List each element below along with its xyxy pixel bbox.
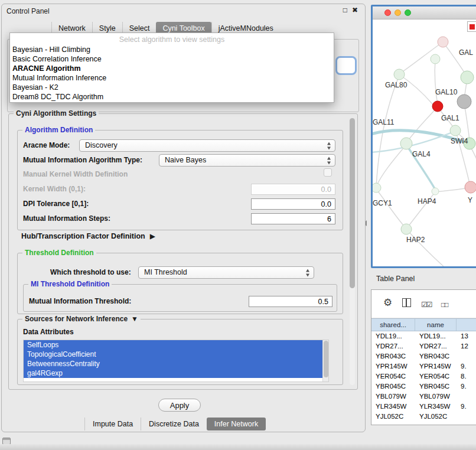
float-window-icon[interactable]: □ [343,6,347,14]
node-hap4[interactable] [432,188,439,195]
algorithm-option[interactable]: Mutual Information Inference [10,73,334,83]
table-row[interactable]: YER054C YER054C 8. [371,371,476,381]
node-gal80[interactable] [394,69,405,80]
mi-steps-field[interactable] [251,213,335,224]
navigator-viewport[interactable] [470,24,475,30]
data-attributes-label: Data Attributes [23,328,74,336]
gear-icon[interactable]: ⚙ [383,297,392,309]
attribute-items: SelfLoops TopologicalCoefficient Between… [24,340,328,378]
bottom-tab[interactable]: Infer Network [207,418,266,431]
network-canvas[interactable]: GAL GAL80 GAL10 GAL11 GAL1 SWI4 GAL4 GCY… [373,19,476,266]
cell-extra: 13 [457,331,476,341]
node-gal4[interactable] [400,138,412,149]
mi-threshold-field[interactable] [249,296,332,307]
settings-scrollbar[interactable] [350,118,355,385]
manual-kernel-label: Manual Kernel Width Definition [23,170,128,178]
algorithm-definition-title: Algorithm Definition [22,126,95,134]
attribute-item[interactable]: SelfLoops [24,340,322,350]
sources-group: Sources for Network Inference▼ Data Attr… [17,319,343,385]
manual-kernel-checkbox [324,168,332,177]
algorithm-option[interactable]: Bayesian - K2 [10,83,334,92]
navigator-thumbnail[interactable] [467,21,476,32]
cell-name: YDR27... [415,341,457,351]
columns-icon[interactable] [402,298,411,307]
mi-steps-label: Mutual Information Steps: [23,214,110,223]
table-row[interactable]: YLR345W YLR345W 9. [371,402,476,412]
node-label: GCY1 [373,199,392,207]
column-header-extra[interactable] [457,319,476,331]
threshold-definition-group: Threshold Definition Which threshold to … [17,253,343,314]
sources-title-label: Sources for Network Inference [25,315,128,323]
hub-definition-toggle[interactable]: Hub/Transcription Factor Definition▶ [21,232,155,240]
algorithm-option[interactable]: Basic Correlation Inference [10,54,334,64]
aracne-mode-select[interactable]: Discovery [79,139,335,152]
cyni-algorithm-settings-group: Cyni Algorithm Settings Algorithm Defini… [8,113,358,390]
which-threshold-select[interactable]: MI Threshold [138,266,314,279]
table-row[interactable]: YPR145W YPR145W 9. [371,361,476,371]
table-row[interactable]: YDR27... YDR27... 12 [371,341,476,351]
attributes-scrollbar[interactable] [322,340,328,381]
table-row[interactable]: YBR045C YBR045C 9. [371,381,476,392]
data-attributes-list: SelfLoops TopologicalCoefficient Between… [23,340,329,382]
attribute-item[interactable]: TopologicalCoefficient [24,350,322,359]
cell-name: YBR043C [415,351,457,361]
mi-type-select[interactable]: Naive Bayes [159,154,335,167]
bottom-tab-label: Infer Network [214,420,258,428]
node-label: GAL11 [373,118,394,126]
cell-extra: 9. [457,361,476,371]
bottom-tab[interactable]: Discretize Data [141,418,207,431]
bottom-tab[interactable]: Impute Data [84,418,141,431]
table-row[interactable]: YDL19... YDL19... 13 [371,331,476,341]
algorithm-select-popup: Select algorithm to view settings Bayesi… [9,32,334,103]
node-gcy1[interactable] [373,183,381,193]
select-all-checks-icon[interactable]: ☑☑ [421,299,432,311]
attribute-item[interactable]: gal4RGexp [24,369,322,378]
node-label: GAL1 [441,114,459,122]
sources-group-title[interactable]: Sources for Network Inference▼ [22,315,141,323]
node[interactable] [438,37,448,47]
network-view-window: GAL GAL80 GAL10 GAL11 GAL1 SWI4 GAL4 GCY… [371,5,476,268]
node-gal1[interactable] [450,125,461,136]
zoom-traffic-light-icon[interactable] [405,9,411,16]
node[interactable] [461,71,474,84]
algorithm-option[interactable]: Dream8 DC_TDC Algorithm [10,92,334,102]
node-gal10[interactable] [432,101,443,112]
table-row[interactable]: YBR043C YBR043C [371,351,476,361]
mi-threshold-group-title: MI Threshold Definition [28,280,112,288]
control-panel-titlebar[interactable]: Control Panel □ ✖ [2,4,365,18]
which-threshold-label: Which threshold to use: [50,268,131,276]
settings-scrollbar-thumb[interactable] [350,118,355,288]
combo-stepper-icon [327,142,332,149]
deselect-all-boxes-icon[interactable]: □□ [441,299,448,311]
algorithm-option[interactable]: Bayesian - Hill Climbing [10,45,334,54]
dpi-tolerance-field[interactable] [251,198,335,210]
node-label: GAL80 [385,81,407,89]
column-header-shared-name[interactable]: shared... [371,319,415,331]
cell-shared-name: YDL19... [371,331,415,341]
node[interactable] [457,94,471,109]
column-header-name[interactable]: name [415,319,457,331]
collapse-right-icon: ▶ [150,232,155,240]
close-traffic-light-icon[interactable] [384,9,391,16]
node-label: GAL4 [412,150,431,158]
node[interactable] [465,181,476,193]
close-panel-icon[interactable]: ✖ [352,6,358,14]
table-row[interactable]: YBL079W YBL079W [371,392,476,402]
node-label: HAP4 [418,197,436,206]
mi-type-label: Mutual Information Algorithm Type: [23,156,142,164]
minimize-traffic-light-icon[interactable] [395,9,401,16]
node-hap2[interactable] [401,224,412,234]
apply-button[interactable]: Apply [158,399,201,412]
combo-stepper-icon [327,156,332,164]
network-window-titlebar[interactable] [373,6,476,19]
mi-threshold-label: Mutual Information Threshold: [29,297,131,305]
attributes-scrollbar-thumb[interactable] [324,341,328,377]
node[interactable] [431,54,440,64]
algorithm-option[interactable]: ARACNE Algorithm [10,64,334,73]
attribute-item[interactable]: BetweennessCentrality [24,359,322,369]
table-row[interactable]: YJL052C YJL052C [371,412,476,422]
aracne-mode-label: Aracne Mode: [23,141,70,149]
threshold-definition-title: Threshold Definition [22,249,96,257]
cell-shared-name: YPR145W [371,361,415,371]
focused-button-ring[interactable] [335,56,357,75]
